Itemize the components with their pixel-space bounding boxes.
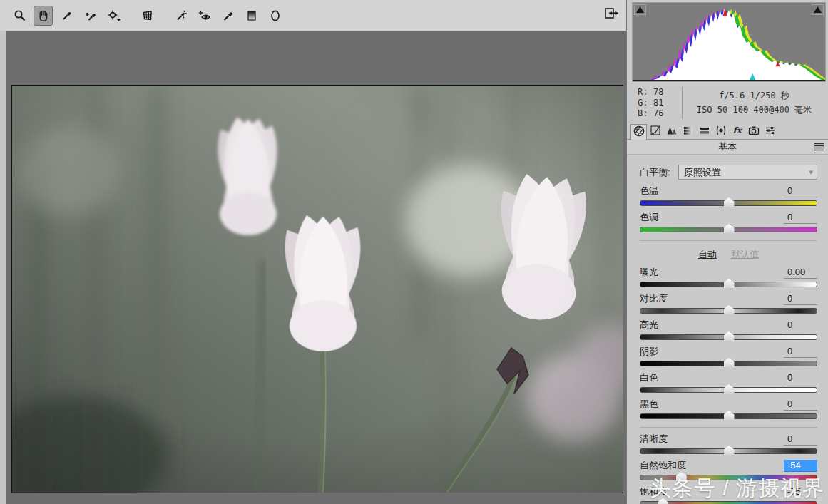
toolbar (0, 0, 626, 31)
white-balance-label: 白平衡: (640, 166, 678, 179)
tint-thumb[interactable] (724, 224, 735, 233)
shadows-value[interactable]: 0 (784, 346, 817, 358)
graduated-filter-icon (245, 9, 258, 22)
b-value: 76 (653, 108, 663, 119)
hand-icon (37, 9, 50, 22)
adjustments-panel: R:78 G:81 B:76 f/5.6 1/250 秒 ISO 50 100-… (626, 0, 828, 504)
clarity-value[interactable]: 0 (784, 433, 817, 446)
highlight-clipping-triangle-icon (813, 4, 822, 16)
slider-contrast: 对比度0 (640, 294, 817, 314)
highlights-label: 高光 (640, 319, 658, 331)
slider-blacks: 黑色0 (640, 399, 817, 419)
highlight-clipping-toggle[interactable] (812, 4, 824, 15)
toggle-fullscreen-icon (603, 6, 620, 24)
white-balance-value: 原照设置 (684, 166, 721, 179)
temperature-thumb[interactable] (724, 197, 735, 207)
color-sampler-tool[interactable] (81, 6, 100, 26)
transform-grid-icon (141, 9, 154, 22)
exposure-label: 曝光 (640, 266, 658, 279)
default-link[interactable]: 默认值 (731, 248, 759, 261)
whites-value[interactable]: 0 (784, 372, 817, 384)
hand-tool[interactable] (34, 6, 53, 26)
contrast-label: 对比度 (640, 292, 668, 305)
panel-menu-button[interactable] (814, 143, 824, 153)
r-label: R: (638, 87, 653, 98)
tab-basic[interactable] (630, 124, 647, 140)
clarity-slider[interactable] (640, 448, 817, 454)
tab-split-toning[interactable] (696, 124, 712, 139)
tab-effects[interactable]: fx (729, 124, 745, 139)
chevron-down-icon: ▾ (809, 168, 813, 177)
target-circle-icon (107, 9, 121, 22)
tab-camera-calibration[interactable] (745, 124, 762, 139)
auto-default-row: 自动 默认值 (640, 248, 817, 261)
whites-slider[interactable] (640, 387, 817, 393)
photo-preview[interactable] (11, 85, 623, 493)
temperature-slider[interactable] (640, 200, 817, 206)
red-eye-tool[interactable] (195, 6, 214, 26)
histogram-plot (633, 6, 825, 80)
slider-clarity: 清晰度0 (640, 434, 817, 454)
magnifier-icon (14, 9, 26, 22)
blacks-slider[interactable] (640, 413, 817, 419)
auto-link[interactable]: 自动 (698, 248, 717, 261)
adjustment-brush-tool[interactable] (218, 6, 237, 26)
zoom-tool[interactable] (10, 6, 29, 26)
contrast-value[interactable]: 0 (784, 293, 817, 305)
camera-raw-window: R:78 G:81 B:76 f/5.6 1/250 秒 ISO 50 100-… (0, 0, 828, 504)
aperture-icon (633, 125, 645, 140)
preview-canvas[interactable] (6, 31, 626, 504)
highlights-value[interactable]: 0 (784, 319, 817, 331)
tint-label: 色调 (640, 211, 658, 224)
temperature-value[interactable]: 0 (784, 185, 817, 197)
white-balance-select[interactable]: 原照设置 ▾ (678, 165, 817, 180)
spot-removal-tool[interactable] (171, 6, 190, 26)
histogram-baseline (633, 80, 825, 81)
white-balance-row: 白平衡: 原照设置 ▾ (640, 165, 817, 180)
blacks-thumb[interactable] (724, 411, 735, 420)
highlights-thumb[interactable] (724, 331, 735, 341)
slider-highlights: 高光0 (640, 320, 817, 340)
shadow-clipping-triangle-icon (635, 4, 645, 16)
shadows-slider[interactable] (640, 361, 817, 366)
toggle-fullscreen-button[interactable] (603, 6, 620, 24)
white-balance-tool[interactable] (57, 6, 76, 26)
tab-detail[interactable] (663, 124, 680, 139)
tint-slider[interactable] (640, 227, 817, 232)
tab-presets[interactable] (762, 124, 778, 139)
contrast-slider[interactable] (640, 308, 817, 314)
exposure-thumb[interactable] (724, 279, 735, 288)
targeted-adjustment-tool[interactable] (104, 6, 123, 26)
slider-exposure: 曝光0.00 (640, 267, 817, 287)
tab-lens-corrections[interactable] (712, 124, 729, 139)
clarity-thumb[interactable] (724, 446, 735, 455)
shadow-clipping-toggle[interactable] (634, 4, 646, 15)
g-label: G: (638, 98, 653, 108)
highlights-slider[interactable] (640, 334, 817, 340)
shadows-label: 阴影 (640, 345, 658, 358)
contrast-thumb[interactable] (724, 305, 735, 314)
radial-filter-tool[interactable] (265, 6, 285, 26)
tab-hsl-grayscale[interactable] (680, 124, 696, 139)
graduated-filter-tool[interactable] (242, 6, 261, 26)
b-label: B: (638, 108, 653, 119)
basic-controls: 白平衡: 原照设置 ▾ 色温0 色调0 自动 默认值 曝光0.00 (627, 165, 828, 504)
slider-shadows: 阴影0 (640, 346, 817, 366)
blacks-value[interactable]: 0 (784, 398, 817, 411)
exposure-slider[interactable] (640, 282, 817, 287)
transform-tool[interactable] (138, 6, 157, 26)
shadows-thumb[interactable] (724, 358, 735, 367)
radial-filter-icon (269, 9, 282, 22)
exposure-value[interactable]: 0.00 (784, 267, 817, 279)
tab-tone-curve[interactable] (647, 124, 663, 139)
clarity-label: 清晰度 (640, 433, 668, 446)
whites-thumb[interactable] (724, 384, 735, 394)
eyedropper-icon (61, 9, 73, 22)
section-divider (640, 427, 817, 428)
sharpen-triangles-icon (666, 125, 678, 139)
vibrance-value[interactable]: -54 (784, 460, 817, 472)
histogram (632, 2, 826, 82)
sliders-icon (765, 125, 776, 139)
tint-value[interactable]: 0 (784, 212, 817, 224)
exif-readout: f/5.6 1/250 秒 ISO 50 100-400@400 毫米 (683, 85, 826, 120)
